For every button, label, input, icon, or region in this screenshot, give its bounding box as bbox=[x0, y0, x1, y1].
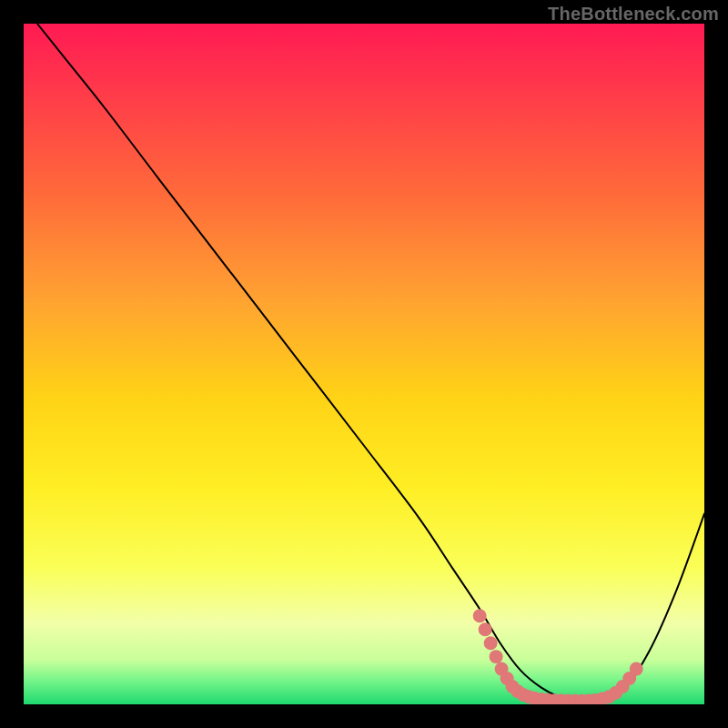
valley-dot bbox=[630, 662, 643, 676]
watermark-text: TheBottleneck.com bbox=[548, 4, 719, 25]
valley-dot bbox=[484, 636, 498, 650]
chart-frame: TheBottleneck.com bbox=[0, 0, 728, 728]
gradient-background bbox=[24, 24, 704, 704]
chart-svg bbox=[24, 24, 704, 704]
valley-dot bbox=[473, 609, 487, 622]
valley-dot bbox=[479, 622, 492, 636]
plot-area bbox=[24, 24, 704, 704]
valley-dot bbox=[490, 650, 503, 663]
